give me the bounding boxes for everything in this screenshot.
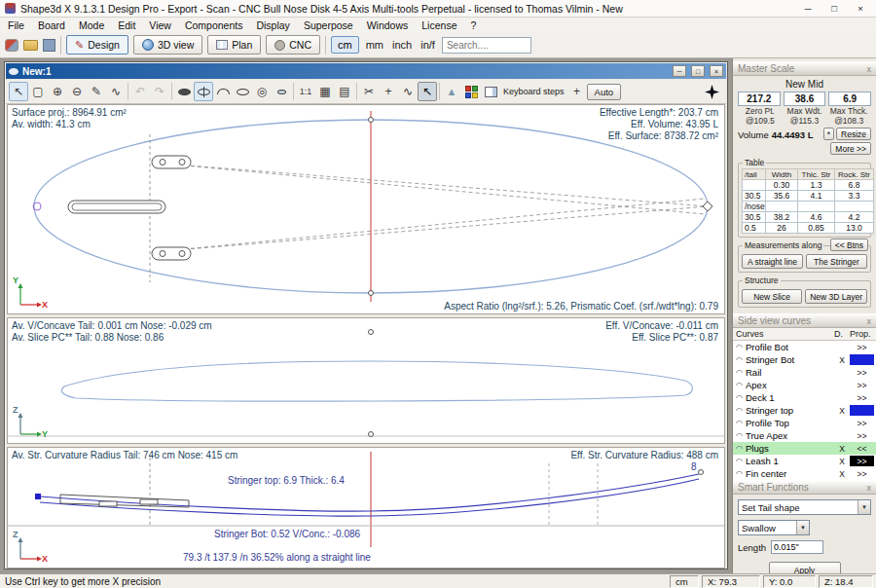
table-cell[interactable]: 30.5 [743,191,766,202]
more-button[interactable]: More >> [830,142,871,155]
tail-control-point[interactable] [35,494,41,499]
stringer-view-panel[interactable]: Av. Str. Curvature Radius Tail: 746 cm N… [7,447,725,569]
thickness-view-icon[interactable] [233,82,252,101]
curve-row[interactable]: ◠ Profile Top >> [733,417,876,429]
lasso-tool-icon[interactable]: ∿ [106,82,126,101]
slice-view-icon[interactable] [194,82,213,101]
move-cross-icon[interactable]: + [567,82,587,101]
curve-prop-control[interactable]: >> [850,468,874,479]
outline-view-panel[interactable]: Surface proj.: 8964.91 cm² Av. width: 41… [7,104,725,314]
btns-toggle-button[interactable]: << Btns [830,239,868,251]
tail-shape-select[interactable]: Swallow ▼ [738,520,810,535]
compass-star-icon[interactable] [705,85,719,99]
cnc-button[interactable]: CNC [266,35,320,55]
maximize-button[interactable]: □ [823,1,845,17]
outline-view-icon[interactable] [174,82,194,101]
curve-row[interactable]: ◠ Plugs X << [733,442,876,455]
doc-close-button[interactable]: × [710,65,723,77]
menu-item[interactable]: Display [249,19,296,31]
table-cell[interactable]: 6.8 [835,180,874,191]
control-point[interactable] [369,291,374,296]
open-file-icon[interactable] [23,40,38,51]
search-input[interactable] [442,37,531,54]
minimize-button[interactable]: ─ [797,1,819,17]
new-board-icon[interactable] [5,39,18,52]
curve-prop-control[interactable]: << [850,443,874,454]
bottom-view-icon[interactable] [272,82,291,101]
table-cell[interactable]: 4.2 [835,212,874,223]
close-panel-icon[interactable]: x [867,64,872,74]
apply-button[interactable]: Apply [769,562,841,573]
auto-steps-button[interactable]: Auto [587,84,622,100]
table-cell[interactable] [798,202,835,212]
table-cell[interactable]: 30.5 [743,212,766,223]
resize-button[interactable]: Resize [836,128,871,140]
new-3d-layer-button[interactable]: New 3D Layer [805,289,867,304]
curve-prop-control[interactable] [850,405,874,416]
grid-icon[interactable]: ▦ [315,82,335,101]
nose-control-point[interactable] [703,202,712,211]
master-scale-header[interactable]: Master Scale x [733,61,876,76]
table-cell[interactable]: 13.0 [835,223,874,234]
curve-display-toggle[interactable]: X [834,355,850,365]
curve-row[interactable]: ◠ Fin center X >> [733,467,876,480]
curve-row[interactable]: ◠ Leash 1 X >> [733,455,876,467]
menu-item[interactable]: Edit [111,19,142,31]
curve-display-toggle[interactable]: X [834,469,850,479]
table-cell[interactable]: 4.1 [798,191,835,202]
slices-view-icon[interactable]: ◎ [252,82,272,101]
length-input[interactable] [771,540,823,554]
unit-cm-button[interactable]: cm [331,36,359,54]
color-palette-icon[interactable] [461,82,481,101]
table-cell[interactable]: 38.2 [766,212,798,223]
control-point[interactable] [369,118,374,123]
straight-line-button[interactable]: A straight line [742,254,803,269]
curve-display-toggle[interactable]: X [834,457,850,466]
scissors-icon[interactable]: ✂ [359,82,379,101]
table-cell[interactable]: 0.5 [743,223,766,234]
table-cell[interactable]: 4.6 [798,212,835,223]
curve-tool-icon[interactable]: ∿ [398,82,418,101]
chevron-down-icon[interactable]: ▼ [796,521,809,534]
select-point-tool-icon[interactable]: ↖ [418,82,437,101]
table-cell[interactable]: 0.85 [798,223,835,234]
close-button[interactable]: × [850,1,871,17]
guides-grid-icon[interactable]: ▤ [335,82,354,101]
document-titlebar[interactable]: New:1 ─ □ × [6,63,726,79]
curve-prop-control[interactable] [850,354,874,365]
close-panel-icon[interactable]: x [867,483,872,493]
menu-item[interactable]: Windows [360,19,416,31]
table-cell[interactable]: 3.3 [835,191,874,202]
menu-item[interactable]: File [1,19,31,31]
curve-row[interactable]: ◠ Profile Bot >> [733,341,876,353]
menu-item[interactable]: License [415,19,463,31]
menu-item[interactable]: View [142,19,178,31]
curve-prop-control[interactable]: >> [850,367,874,378]
crosshair-icon[interactable]: + [379,82,398,101]
save-file-icon[interactable] [43,39,55,52]
curve-prop-control[interactable]: >> [850,380,874,390]
function-select[interactable]: Set Tail shape ▼ [738,499,871,515]
curve-row[interactable]: ◠ Stringer top X [733,404,876,417]
table-cell[interactable]: 26 [766,223,798,234]
menu-item[interactable]: Board [31,19,72,31]
lock-ratio-toggle[interactable]: * [823,128,834,140]
the-stringer-button[interactable]: The Stringer [806,254,867,269]
table-cell[interactable] [766,202,798,212]
one-to-one-zoom-icon[interactable]: 1:1 [296,82,315,101]
menu-item[interactable]: Mode [72,19,111,31]
curve-prop-control[interactable]: >> [850,430,874,441]
design-mode-button[interactable]: ✎ Design [66,35,128,55]
rendering-icon[interactable]: ▲ [442,82,461,101]
menu-item[interactable]: Components [178,19,250,31]
length-field[interactable]: 217.2 [738,92,781,106]
curve-row[interactable]: ◠ Rail >> [733,366,876,379]
redo-icon[interactable]: ↷ [150,82,169,101]
max-thickness-field[interactable]: 6.9 [828,92,871,106]
unit-mm-button[interactable]: mm [364,39,385,51]
plan-button[interactable]: Plan [207,35,261,55]
3d-view-button[interactable]: 3D view [133,35,202,55]
curve-prop-control[interactable]: >> [850,456,874,466]
curve-prop-control[interactable]: >> [850,418,874,428]
zoom-in-icon[interactable]: ⊕ [48,82,67,101]
